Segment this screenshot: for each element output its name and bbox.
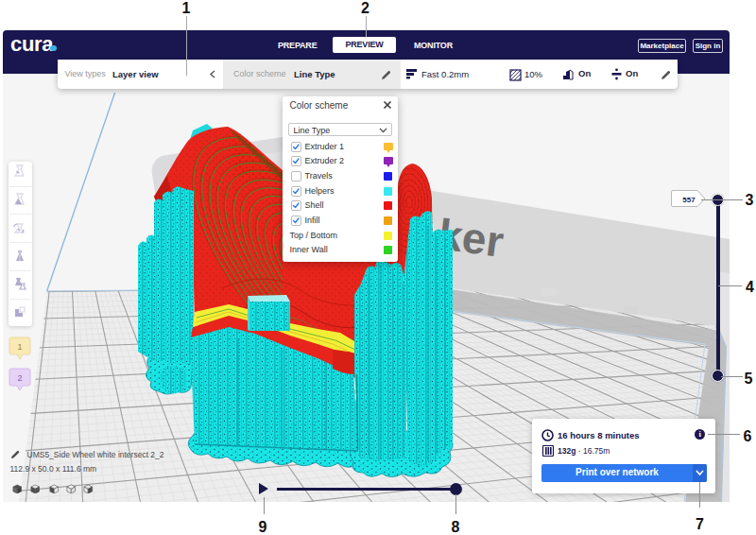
svg-text:2: 2 bbox=[17, 373, 22, 383]
svg-text:1: 1 bbox=[17, 342, 22, 352]
svg-text:557: 557 bbox=[682, 196, 696, 204]
